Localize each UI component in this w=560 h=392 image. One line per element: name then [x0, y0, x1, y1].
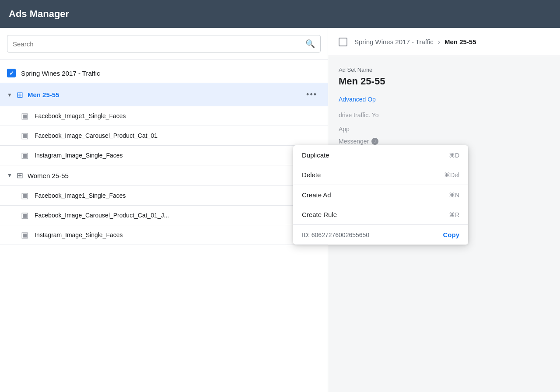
- context-menu-delete[interactable]: Delete ⌘Del: [293, 165, 468, 185]
- search-input-wrapper[interactable]: 🔍: [7, 35, 321, 52]
- ad-name-men-2: Instagram_Image_Single_Faces: [35, 152, 123, 159]
- ad-icon-women-0: ▣: [21, 191, 28, 200]
- context-menu-create-ad[interactable]: Create Ad ⌘N: [293, 185, 468, 205]
- drive-traffic-text: drive traffic. Yo: [339, 112, 550, 119]
- ad-name-men-0: Facebook_Image1_Single_Faces: [35, 112, 126, 119]
- expand-arrow-women: ▼: [7, 172, 12, 178]
- breadcrumb-arrow-icon: ›: [438, 38, 440, 46]
- create-ad-shortcut: ⌘N: [449, 192, 459, 199]
- context-menu: Duplicate ⌘D Delete ⌘Del Create Ad ⌘N Cr…: [293, 145, 468, 245]
- expand-arrow-men: ▼: [7, 92, 12, 98]
- ad-name-women-0: Facebook_Image1_Single_Faces: [35, 192, 126, 199]
- adset-icon-women: ⊞: [17, 171, 23, 180]
- context-menu-id-row: ID: 60627276002655650 Copy: [293, 225, 468, 245]
- app-header: Ads Manager: [0, 0, 560, 28]
- ad-icon-men-0: ▣: [21, 111, 28, 121]
- duplicate-shortcut: ⌘D: [449, 152, 459, 159]
- context-menu-create-rule[interactable]: Create Rule ⌘R: [293, 205, 468, 224]
- duplicate-label: Duplicate: [302, 151, 329, 159]
- adset-name-men: Men 25-55: [28, 91, 303, 98]
- ad-set-name-value: Men 25-55: [339, 76, 550, 87]
- messenger-row: Messenger i: [339, 138, 550, 145]
- adset-row-men[interactable]: ▼ ⊞ Men 25-55 •••: [0, 83, 328, 106]
- ad-name-women-1: Facebook_Image_Carousel_Product_Cat_01_J…: [35, 212, 169, 219]
- campaign-name: Spring Wines 2017 - Traffic: [21, 70, 100, 77]
- ad-row-men-2[interactable]: ▣ Instagram_Image_Single_Faces: [0, 146, 328, 165]
- campaign-checkbox[interactable]: [7, 69, 16, 77]
- messenger-label: Messenger: [339, 138, 369, 145]
- breadcrumb: Spring Wines 2017 - Traffic › Men 25-55: [328, 28, 560, 56]
- ad-icon-men-1: ▣: [21, 131, 28, 140]
- ad-row-men-1[interactable]: ▣ Facebook_Image_Carousel_Product_Cat_01: [0, 126, 328, 146]
- more-options-button-men[interactable]: •••: [303, 88, 321, 101]
- search-icon: 🔍: [305, 39, 315, 49]
- delete-shortcut: ⌘Del: [444, 172, 459, 178]
- ad-row-women-1[interactable]: ▣ Facebook_Image_Carousel_Product_Cat_01…: [0, 206, 328, 225]
- ad-row-women-2[interactable]: ▣ Instagram_Image_Single_Faces: [0, 225, 328, 245]
- delete-label: Delete: [302, 171, 321, 178]
- advanced-op-link[interactable]: Advanced Op: [339, 96, 550, 103]
- ad-name-women-2: Instagram_Image_Single_Faces: [35, 231, 123, 238]
- campaign-row[interactable]: Spring Wines 2017 - Traffic: [0, 63, 328, 83]
- breadcrumb-campaign: Spring Wines 2017 - Traffic: [354, 38, 434, 46]
- tree-list: Spring Wines 2017 - Traffic ▼ ⊞ Men 25-5…: [0, 60, 328, 392]
- ad-set-name-label: Ad Set Name: [339, 66, 550, 73]
- ad-icon-women-2: ▣: [21, 230, 28, 240]
- breadcrumb-adset: Men 25-55: [444, 38, 476, 46]
- ad-icon-women-1: ▣: [21, 210, 28, 220]
- messenger-info-icon: i: [371, 138, 378, 145]
- ad-icon-men-2: ▣: [21, 150, 28, 160]
- create-rule-shortcut: ⌘R: [449, 211, 459, 218]
- create-ad-label: Create Ad: [302, 191, 331, 199]
- left-panel: 🔍 Spring Wines 2017 - Traffic ▼ ⊞ Men 25…: [0, 28, 328, 392]
- adset-icon-men: ⊞: [17, 90, 23, 100]
- context-menu-duplicate[interactable]: Duplicate ⌘D: [293, 145, 468, 165]
- create-rule-label: Create Rule: [302, 211, 337, 218]
- app-title: Ads Manager: [9, 8, 69, 20]
- adset-name-women: Women 25-55: [28, 172, 321, 179]
- ad-row-women-0[interactable]: ▣ Facebook_Image1_Single_Faces: [0, 186, 328, 206]
- app-label: App: [339, 126, 550, 133]
- breadcrumb-checkbox[interactable]: [339, 38, 347, 46]
- ad-name-men-1: Facebook_Image_Carousel_Product_Cat_01: [35, 132, 158, 139]
- search-input[interactable]: [13, 40, 305, 48]
- search-bar: 🔍: [0, 28, 328, 60]
- ad-row-men-0[interactable]: ▣ Facebook_Image1_Single_Faces: [0, 106, 328, 126]
- context-menu-id-text: ID: 60627276002655650: [302, 231, 369, 238]
- copy-id-button[interactable]: Copy: [443, 231, 460, 238]
- adset-row-women[interactable]: ▼ ⊞ Women 25-55: [0, 165, 328, 186]
